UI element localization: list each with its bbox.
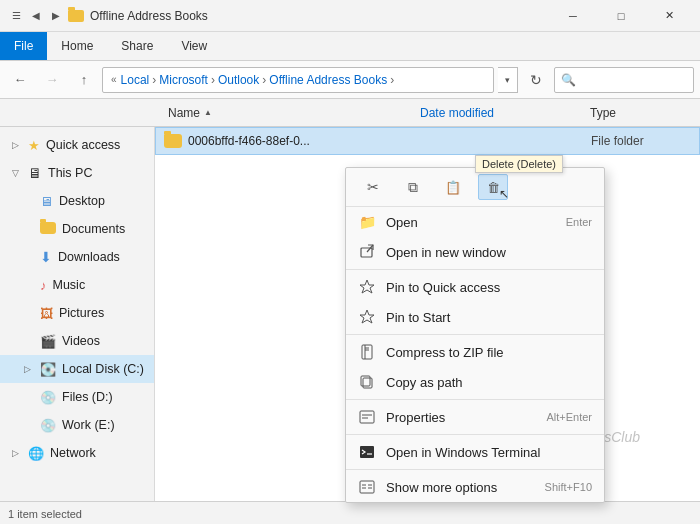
cm-shortcut-properties: Alt+Enter	[546, 411, 592, 423]
sidebar-item-downloads[interactable]: ⬇ Downloads	[0, 243, 154, 271]
back-button[interactable]: ←	[6, 66, 34, 94]
search-box[interactable]: 🔍	[554, 67, 694, 93]
paste-toolbar-button[interactable]: 📋	[438, 174, 468, 200]
sidebar-item-local-disk-c[interactable]: ▷ 💽 Local Disk (C:)	[0, 355, 154, 383]
sidebar-item-files-d[interactable]: 💿 Files (D:)	[0, 383, 154, 411]
more-icon	[358, 478, 376, 496]
sidebar-item-network[interactable]: ▷ 🌐 Network	[0, 439, 154, 467]
cm-item-copy-path[interactable]: Copy as path	[346, 367, 604, 397]
address-start-chevron: «	[111, 74, 117, 85]
close-button[interactable]: ✕	[646, 0, 692, 32]
svg-rect-0	[361, 248, 372, 257]
table-row[interactable]: 0006bffd-f466-88ef-0... File folder	[155, 127, 700, 155]
tab-file[interactable]: File	[0, 32, 47, 60]
cut-icon: ✂	[367, 179, 379, 195]
cm-item-terminal[interactable]: Open in Windows Terminal	[346, 437, 604, 467]
ribbon-tabs: File Home Share View	[0, 32, 700, 60]
system-menu-icon[interactable]: ☰	[8, 8, 24, 24]
cm-item-open[interactable]: 📁 Open Enter	[346, 207, 604, 237]
disk-c-icon: 💽	[40, 362, 56, 377]
cm-label-copy-path: Copy as path	[386, 375, 592, 390]
breadcrumb-outlook[interactable]: Outlook	[218, 73, 259, 87]
cm-shortcut-open: Enter	[566, 216, 592, 228]
sidebar-label-this-pc: This PC	[48, 166, 92, 180]
videos-icon: 🎬	[40, 334, 56, 349]
expand-network: ▷	[12, 448, 22, 458]
back-title-icon[interactable]: ◀	[28, 8, 44, 24]
delete-toolbar-button[interactable]: 🗑 ↖	[478, 174, 508, 200]
sidebar-item-quick-access[interactable]: ▷ ★ Quick access	[0, 131, 154, 159]
status-bar: 1 item selected	[0, 501, 700, 524]
address-bar-row: ← → ↑ « Local › Microsoft › Outlook › Of…	[0, 61, 700, 99]
breadcrumb-microsoft[interactable]: Microsoft	[159, 73, 208, 87]
tab-home[interactable]: Home	[47, 32, 107, 60]
sidebar-item-videos[interactable]: 🎬 Videos	[0, 327, 154, 355]
cm-label-properties: Properties	[386, 410, 536, 425]
svg-marker-2	[360, 280, 374, 293]
sep3: ›	[262, 73, 266, 87]
copy-path-icon	[358, 373, 376, 391]
sidebar-label-downloads: Downloads	[58, 250, 120, 264]
maximize-button[interactable]: □	[598, 0, 644, 32]
cm-label-pin-start: Pin to Start	[386, 310, 592, 325]
terminal-icon	[358, 443, 376, 461]
tab-share[interactable]: Share	[107, 32, 167, 60]
cm-item-compress-zip[interactable]: Compress to ZIP file	[346, 337, 604, 367]
up-button[interactable]: ↑	[70, 66, 98, 94]
sidebar-item-this-pc[interactable]: ▽ 🖥 This PC	[0, 159, 154, 187]
sidebar-label-local-disk-c: Local Disk (C:)	[62, 362, 144, 376]
tab-view[interactable]: View	[167, 32, 221, 60]
title-bar: ☰ ◀ ▶ Offline Address Books ─ □ ✕	[0, 0, 700, 32]
sidebar-item-desktop[interactable]: 🖥 Desktop	[0, 187, 154, 215]
sidebar-item-music[interactable]: ♪ Music	[0, 271, 154, 299]
new-window-icon	[358, 243, 376, 261]
sidebar: ▷ ★ Quick access ▽ 🖥 This PC 🖥 Desktop	[0, 127, 155, 524]
cm-item-show-more[interactable]: Show more options Shift+F10	[346, 472, 604, 502]
cm-label-pin-quick: Pin to Quick access	[386, 280, 592, 295]
sidebar-item-work-e[interactable]: 💿 Work (E:)	[0, 411, 154, 439]
breadcrumb-local[interactable]: Local	[121, 73, 150, 87]
zip-icon	[358, 343, 376, 361]
open-icon: 📁	[358, 213, 376, 231]
downloads-icon: ⬇	[40, 249, 52, 265]
sidebar-item-documents[interactable]: Documents	[0, 215, 154, 243]
cm-item-pin-start[interactable]: Pin to Start	[346, 302, 604, 332]
sidebar-label-desktop: Desktop	[59, 194, 105, 208]
cm-separator-1	[346, 269, 604, 270]
col-header-date[interactable]: Date modified	[420, 106, 494, 120]
breadcrumb-oab[interactable]: Offline Address Books	[269, 73, 387, 87]
cut-toolbar-button[interactable]: ✂	[358, 174, 388, 200]
cm-item-pin-quick[interactable]: Pin to Quick access	[346, 272, 604, 302]
forward-button[interactable]: →	[38, 66, 66, 94]
status-text: 1 item selected	[8, 508, 82, 520]
cm-label-open-new: Open in new window	[386, 245, 592, 260]
sidebar-label-music: Music	[53, 278, 86, 292]
cm-label-compress: Compress to ZIP file	[386, 345, 592, 360]
cm-item-properties[interactable]: Properties Alt+Enter	[346, 402, 604, 432]
music-icon: ♪	[40, 278, 47, 293]
sidebar-item-pictures[interactable]: 🖼 Pictures	[0, 299, 154, 327]
minimize-button[interactable]: ─	[550, 0, 596, 32]
file-name: 0006bffd-f466-88ef-0...	[188, 134, 409, 148]
start-pin-icon	[358, 308, 376, 326]
cm-toolbar: ✂ ⧉ 📋 🗑 ↖	[346, 168, 604, 207]
col-header-type[interactable]: Type	[590, 106, 616, 120]
cm-separator-5	[346, 469, 604, 470]
network-icon: 🌐	[28, 446, 44, 461]
address-box[interactable]: « Local › Microsoft › Outlook › Offline …	[102, 67, 494, 93]
sidebar-label-documents: Documents	[62, 222, 125, 236]
col-header-name[interactable]: Name ▲	[160, 106, 320, 120]
copy-icon: ⧉	[408, 179, 418, 196]
cm-separator-3	[346, 399, 604, 400]
forward-title-icon[interactable]: ▶	[48, 8, 64, 24]
title-bar-title: Offline Address Books	[90, 9, 544, 23]
cm-item-open-new-window[interactable]: Open in new window	[346, 237, 604, 267]
expand-icon: ▷	[12, 140, 22, 150]
sidebar-label-pictures: Pictures	[59, 306, 104, 320]
properties-icon	[358, 408, 376, 426]
svg-rect-13	[360, 446, 374, 458]
refresh-button[interactable]: ↻	[522, 66, 550, 94]
copy-toolbar-button[interactable]: ⧉	[398, 174, 428, 200]
documents-icon	[40, 222, 56, 237]
address-dropdown-btn[interactable]: ▾	[498, 67, 518, 93]
